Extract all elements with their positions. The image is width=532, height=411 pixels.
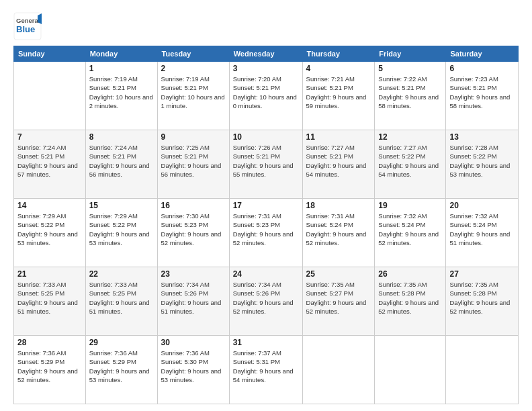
day-info: Sunrise: 7:37 AMSunset: 5:31 PMDaylight:… <box>233 349 299 384</box>
page: General Blue Sunday Monday Tuesday Wedne… <box>0 0 532 411</box>
day-number: 3 <box>233 64 299 73</box>
day-number: 6 <box>449 64 515 73</box>
header: General Blue <box>13 12 519 40</box>
day-number: 24 <box>233 269 299 279</box>
day-number: 22 <box>89 269 154 279</box>
day-number: 25 <box>306 269 371 279</box>
calendar-cell: 17 Sunrise: 7:31 AMSunset: 5:23 PMDaylig… <box>229 199 302 267</box>
col-tuesday: Tuesday <box>157 46 229 62</box>
day-info: Sunrise: 7:34 AMSunset: 5:26 PMDaylight:… <box>161 280 226 316</box>
day-info: Sunrise: 7:20 AMSunset: 5:21 PMDaylight:… <box>233 75 299 110</box>
calendar-cell: 25 Sunrise: 7:35 AMSunset: 5:27 PMDaylig… <box>302 267 375 336</box>
calendar-cell: 31 Sunrise: 7:37 AMSunset: 5:31 PMDaylig… <box>229 336 302 404</box>
day-info: Sunrise: 7:32 AMSunset: 5:24 PMDaylight:… <box>378 212 442 247</box>
day-info: Sunrise: 7:35 AMSunset: 5:27 PMDaylight:… <box>306 280 371 316</box>
svg-text:General: General <box>16 17 40 24</box>
calendar-cell: 4 Sunrise: 7:21 AMSunset: 5:21 PMDayligh… <box>302 62 375 130</box>
week-row-5: 28 Sunrise: 7:36 AMSunset: 5:29 PMDaylig… <box>14 336 519 404</box>
calendar-cell: 11 Sunrise: 7:27 AMSunset: 5:21 PMDaylig… <box>302 130 375 199</box>
calendar-cell: 13 Sunrise: 7:28 AMSunset: 5:22 PMDaylig… <box>446 130 519 199</box>
calendar-cell: 29 Sunrise: 7:36 AMSunset: 5:29 PMDaylig… <box>85 336 157 404</box>
day-number: 17 <box>233 201 299 210</box>
day-number: 20 <box>449 201 515 210</box>
week-row-2: 7 Sunrise: 7:24 AMSunset: 5:21 PMDayligh… <box>14 130 519 199</box>
calendar-cell <box>446 336 519 404</box>
day-info: Sunrise: 7:33 AMSunset: 5:25 PMDaylight:… <box>89 280 154 316</box>
calendar-cell <box>14 62 86 130</box>
calendar-cell: 24 Sunrise: 7:34 AMSunset: 5:26 PMDaylig… <box>229 267 302 336</box>
calendar-cell: 1 Sunrise: 7:19 AMSunset: 5:21 PMDayligh… <box>85 62 157 130</box>
day-number: 29 <box>89 338 154 347</box>
header-row: Sunday Monday Tuesday Wednesday Thursday… <box>14 46 519 62</box>
week-row-4: 21 Sunrise: 7:33 AMSunset: 5:25 PMDaylig… <box>14 267 519 336</box>
day-number: 26 <box>378 269 442 279</box>
calendar-cell: 19 Sunrise: 7:32 AMSunset: 5:24 PMDaylig… <box>375 199 446 267</box>
day-number: 7 <box>17 132 82 142</box>
svg-text:Blue: Blue <box>16 24 35 34</box>
day-number: 10 <box>233 132 299 142</box>
calendar-cell: 20 Sunrise: 7:32 AMSunset: 5:24 PMDaylig… <box>446 199 519 267</box>
day-info: Sunrise: 7:34 AMSunset: 5:26 PMDaylight:… <box>233 280 299 316</box>
calendar-cell: 26 Sunrise: 7:35 AMSunset: 5:28 PMDaylig… <box>375 267 446 336</box>
day-info: Sunrise: 7:35 AMSunset: 5:28 PMDaylight:… <box>449 280 515 316</box>
day-number: 30 <box>161 338 226 347</box>
day-info: Sunrise: 7:31 AMSunset: 5:24 PMDaylight:… <box>306 212 371 247</box>
day-number: 5 <box>378 64 442 73</box>
col-sunday: Sunday <box>14 46 86 62</box>
calendar-cell: 21 Sunrise: 7:33 AMSunset: 5:25 PMDaylig… <box>14 267 86 336</box>
col-thursday: Thursday <box>302 46 375 62</box>
day-number: 11 <box>306 132 371 142</box>
calendar-cell: 16 Sunrise: 7:30 AMSunset: 5:23 PMDaylig… <box>157 199 229 267</box>
day-info: Sunrise: 7:23 AMSunset: 5:21 PMDaylight:… <box>449 75 515 110</box>
day-number: 14 <box>17 201 82 210</box>
calendar-cell: 8 Sunrise: 7:24 AMSunset: 5:21 PMDayligh… <box>85 130 157 199</box>
calendar-cell: 14 Sunrise: 7:29 AMSunset: 5:22 PMDaylig… <box>14 199 86 267</box>
col-saturday: Saturday <box>446 46 519 62</box>
calendar-cell: 10 Sunrise: 7:26 AMSunset: 5:21 PMDaylig… <box>229 130 302 199</box>
calendar-cell: 30 Sunrise: 7:36 AMSunset: 5:30 PMDaylig… <box>157 336 229 404</box>
day-number: 31 <box>233 338 299 347</box>
day-info: Sunrise: 7:30 AMSunset: 5:23 PMDaylight:… <box>161 212 226 247</box>
day-info: Sunrise: 7:32 AMSunset: 5:24 PMDaylight:… <box>449 212 515 247</box>
day-info: Sunrise: 7:29 AMSunset: 5:22 PMDaylight:… <box>17 212 82 247</box>
day-info: Sunrise: 7:36 AMSunset: 5:29 PMDaylight:… <box>17 349 82 384</box>
day-number: 15 <box>89 201 154 210</box>
day-number: 21 <box>17 269 82 279</box>
day-info: Sunrise: 7:28 AMSunset: 5:22 PMDaylight:… <box>449 143 515 179</box>
calendar-cell: 6 Sunrise: 7:23 AMSunset: 5:21 PMDayligh… <box>446 62 519 130</box>
day-number: 16 <box>161 201 226 210</box>
calendar-cell: 12 Sunrise: 7:27 AMSunset: 5:22 PMDaylig… <box>375 130 446 199</box>
day-number: 18 <box>306 201 371 210</box>
day-number: 12 <box>378 132 442 142</box>
day-number: 1 <box>89 64 154 73</box>
day-number: 9 <box>161 132 226 142</box>
day-info: Sunrise: 7:19 AMSunset: 5:21 PMDaylight:… <box>89 75 154 110</box>
calendar-table: Sunday Monday Tuesday Wednesday Thursday… <box>13 46 519 404</box>
calendar-cell: 5 Sunrise: 7:22 AMSunset: 5:21 PMDayligh… <box>375 62 446 130</box>
day-info: Sunrise: 7:29 AMSunset: 5:22 PMDaylight:… <box>89 212 154 247</box>
calendar-cell: 18 Sunrise: 7:31 AMSunset: 5:24 PMDaylig… <box>302 199 375 267</box>
calendar-cell: 9 Sunrise: 7:25 AMSunset: 5:21 PMDayligh… <box>157 130 229 199</box>
day-number: 23 <box>161 269 226 279</box>
calendar-cell: 3 Sunrise: 7:20 AMSunset: 5:21 PMDayligh… <box>229 62 302 130</box>
col-friday: Friday <box>375 46 446 62</box>
day-info: Sunrise: 7:27 AMSunset: 5:21 PMDaylight:… <box>306 143 371 179</box>
calendar-cell: 27 Sunrise: 7:35 AMSunset: 5:28 PMDaylig… <box>446 267 519 336</box>
day-info: Sunrise: 7:25 AMSunset: 5:21 PMDaylight:… <box>161 143 226 179</box>
day-info: Sunrise: 7:22 AMSunset: 5:21 PMDaylight:… <box>378 75 442 110</box>
calendar-cell: 28 Sunrise: 7:36 AMSunset: 5:29 PMDaylig… <box>14 336 86 404</box>
day-info: Sunrise: 7:35 AMSunset: 5:28 PMDaylight:… <box>378 280 442 316</box>
day-number: 28 <box>17 338 82 347</box>
logo: General Blue <box>13 12 42 40</box>
day-info: Sunrise: 7:21 AMSunset: 5:21 PMDaylight:… <box>306 75 371 110</box>
calendar-cell: 7 Sunrise: 7:24 AMSunset: 5:21 PMDayligh… <box>14 130 86 199</box>
day-info: Sunrise: 7:31 AMSunset: 5:23 PMDaylight:… <box>233 212 299 247</box>
day-info: Sunrise: 7:26 AMSunset: 5:21 PMDaylight:… <box>233 143 299 179</box>
day-number: 4 <box>306 64 371 73</box>
day-info: Sunrise: 7:19 AMSunset: 5:21 PMDaylight:… <box>161 75 226 110</box>
day-info: Sunrise: 7:27 AMSunset: 5:22 PMDaylight:… <box>378 143 442 179</box>
day-number: 8 <box>89 132 154 142</box>
calendar-cell: 23 Sunrise: 7:34 AMSunset: 5:26 PMDaylig… <box>157 267 229 336</box>
calendar-cell: 15 Sunrise: 7:29 AMSunset: 5:22 PMDaylig… <box>85 199 157 267</box>
day-number: 19 <box>378 201 442 210</box>
